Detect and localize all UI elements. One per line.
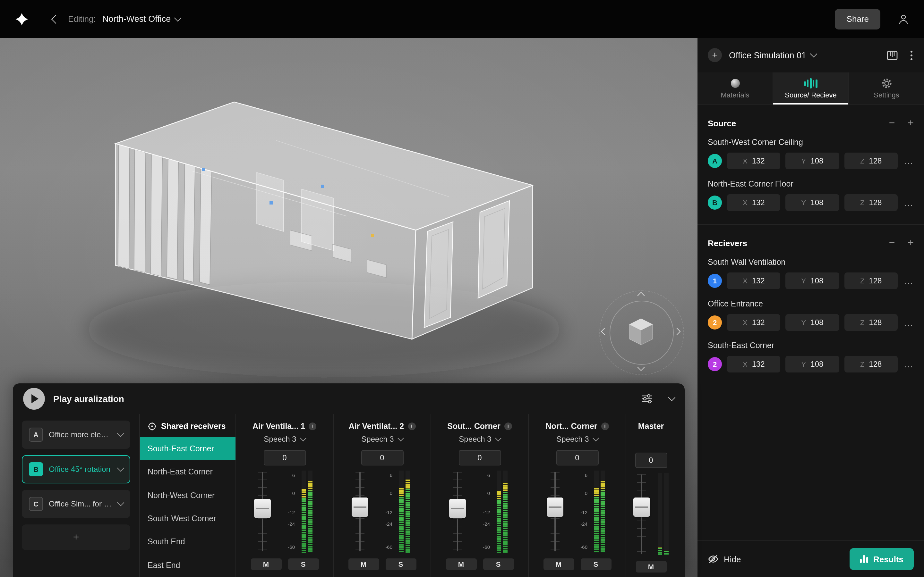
coordinate-y-field[interactable]: Y108 xyxy=(786,153,839,169)
add-source-icon[interactable]: + xyxy=(908,118,914,128)
orbit-down-icon[interactable] xyxy=(638,365,645,371)
mute-button[interactable]: M xyxy=(543,558,574,570)
info-icon[interactable]: i xyxy=(504,422,512,430)
solo-button[interactable]: S xyxy=(385,558,416,570)
fader-handle[interactable] xyxy=(254,498,270,518)
add-simulation-button[interactable]: + xyxy=(22,524,130,550)
view-cube[interactable] xyxy=(628,318,654,347)
receiver-name: Office Entrance xyxy=(708,300,914,308)
share-button[interactable]: Share xyxy=(835,9,880,29)
receiver-row: 1 X132 Y108 Z128 … xyxy=(708,272,914,290)
row-options-icon[interactable]: … xyxy=(903,276,914,286)
tab-settings[interactable]: Settings xyxy=(848,73,924,105)
project-name-dropdown[interactable]: North-West Office xyxy=(102,14,181,24)
save-view-icon[interactable] xyxy=(887,50,898,60)
add-receiver-icon[interactable]: + xyxy=(908,238,914,248)
fader-handle[interactable] xyxy=(633,498,650,517)
user-account-icon[interactable] xyxy=(897,13,910,25)
mixer-settings-icon[interactable] xyxy=(642,394,653,404)
gain-value-field[interactable]: 0 xyxy=(361,450,403,466)
info-icon[interactable]: i xyxy=(408,422,415,430)
play-button[interactable] xyxy=(23,388,45,410)
coordinate-x-field[interactable]: X132 xyxy=(727,153,780,169)
remove-receiver-icon[interactable]: − xyxy=(889,238,895,248)
coordinate-z-field[interactable]: Z128 xyxy=(844,272,898,289)
fader-handle[interactable] xyxy=(449,498,465,518)
simulation-card-b-selected[interactable]: B Office 45° rotation xyxy=(22,455,130,484)
coordinate-z-field[interactable]: Z128 xyxy=(844,314,898,331)
receiver-badge[interactable]: 1 xyxy=(708,274,722,288)
coord-value: 128 xyxy=(869,318,882,327)
simulation-selector[interactable]: Office Simulation 01 xyxy=(729,50,816,60)
gain-value-field[interactable]: 0 xyxy=(459,450,501,466)
receiver-item[interactable]: South-West Corner xyxy=(140,507,236,530)
source-badge[interactable]: B xyxy=(708,195,722,210)
coordinate-x-field[interactable]: X132 xyxy=(727,272,780,289)
receiver-marker[interactable] xyxy=(371,234,374,237)
mute-button[interactable]: M xyxy=(250,558,281,570)
preset-dropdown[interactable]: Speech 3 xyxy=(556,435,598,444)
info-icon[interactable]: i xyxy=(601,422,609,430)
remove-source-icon[interactable]: − xyxy=(889,118,895,128)
coord-label: X xyxy=(743,360,748,368)
receiver-item-selected[interactable]: South-East Corner xyxy=(140,437,236,461)
coordinate-y-field[interactable]: Y108 xyxy=(786,356,839,372)
more-options-icon[interactable] xyxy=(909,49,914,61)
receiver-badge[interactable]: 2 xyxy=(708,357,722,371)
coordinate-x-field[interactable]: X132 xyxy=(727,314,780,331)
add-simulation-icon[interactable]: + xyxy=(708,48,722,62)
tab-source-receive[interactable]: Source/ Recieve xyxy=(772,73,848,105)
coordinate-y-field[interactable]: Y108 xyxy=(786,194,839,211)
info-icon[interactable]: i xyxy=(309,422,317,430)
coordinate-y-field[interactable]: Y108 xyxy=(786,272,839,289)
solo-button[interactable]: S xyxy=(288,558,318,570)
preset-dropdown[interactable]: Speech 3 xyxy=(264,435,305,444)
orbit-up-icon[interactable] xyxy=(638,293,645,300)
orbit-right-icon[interactable] xyxy=(674,329,681,335)
simulation-header: + Office Simulation 01 xyxy=(698,38,924,73)
source-marker[interactable] xyxy=(202,168,205,171)
coordinate-x-field[interactable]: X132 xyxy=(727,356,780,372)
coordinate-x-field[interactable]: X132 xyxy=(727,194,780,211)
tab-materials[interactable]: Materials xyxy=(698,73,772,105)
fader-handle[interactable] xyxy=(351,498,368,517)
fader-handle[interactable] xyxy=(546,498,563,517)
gain-value-field[interactable]: 0 xyxy=(556,450,598,466)
row-options-icon[interactable]: … xyxy=(903,318,914,327)
mute-button[interactable]: M xyxy=(348,558,379,570)
simulation-card-c[interactable]: C Office Sim... for Danarch xyxy=(22,490,130,518)
solo-button[interactable]: S xyxy=(580,558,611,570)
coordinate-z-field[interactable]: Z128 xyxy=(844,194,898,211)
mute-button[interactable]: M xyxy=(636,561,666,572)
coord-value: 108 xyxy=(811,198,823,207)
receiver-item[interactable]: North-East Corner xyxy=(140,461,236,484)
coord-label: X xyxy=(743,319,748,326)
preset-dropdown[interactable]: Speech 3 xyxy=(459,435,500,444)
row-options-icon[interactable]: … xyxy=(903,156,914,166)
source-marker[interactable] xyxy=(321,185,324,188)
receiver-item[interactable]: North-West Corner xyxy=(140,484,236,507)
receiver-badge[interactable]: 2 xyxy=(708,316,722,330)
solo-button[interactable]: S xyxy=(483,558,514,570)
orbit-left-icon[interactable] xyxy=(602,329,608,335)
collapse-panel-icon[interactable] xyxy=(668,394,676,401)
row-options-icon[interactable]: … xyxy=(903,197,914,208)
source-marker[interactable] xyxy=(270,201,273,205)
back-icon[interactable] xyxy=(51,15,60,23)
simulation-card-a[interactable]: A Office more elevation 2 xyxy=(22,421,130,449)
gain-value-field[interactable]: 0 xyxy=(263,450,306,466)
materials-icon xyxy=(730,78,740,89)
mute-button[interactable]: M xyxy=(446,558,477,570)
receiver-item[interactable]: East End xyxy=(140,554,236,577)
gain-value-field[interactable]: 0 xyxy=(635,453,667,468)
receiver-item[interactable]: South End xyxy=(140,530,236,554)
row-options-icon[interactable]: … xyxy=(903,359,914,369)
hide-button[interactable]: Hide xyxy=(708,554,741,564)
preset-dropdown[interactable]: Speech 3 xyxy=(361,435,403,444)
source-badge[interactable]: A xyxy=(708,154,722,168)
coordinate-z-field[interactable]: Z128 xyxy=(844,356,898,372)
coordinate-y-field[interactable]: Y108 xyxy=(786,314,839,331)
orbit-navigation-widget[interactable] xyxy=(602,293,682,372)
coordinate-z-field[interactable]: Z128 xyxy=(844,153,898,169)
results-button[interactable]: Results xyxy=(850,548,914,570)
